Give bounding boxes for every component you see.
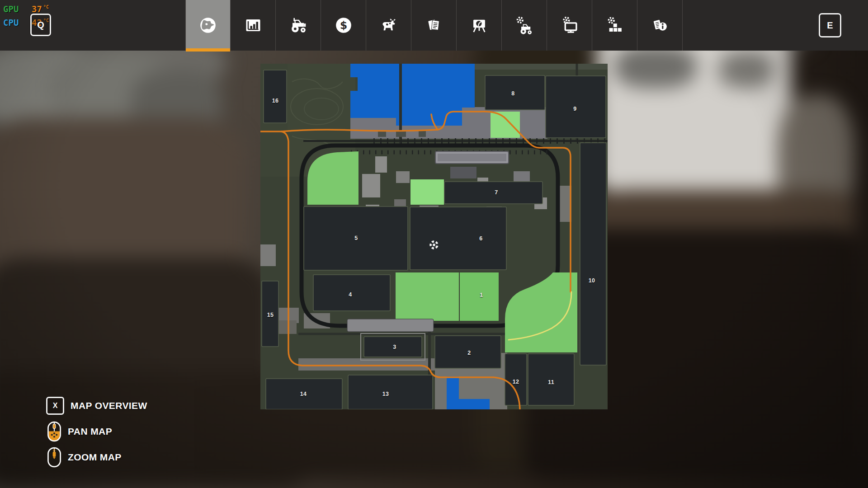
cow-icon [379, 15, 399, 35]
field-label-15: 15 [267, 312, 274, 318]
field-label-7: 7 [495, 189, 498, 196]
tab-general-settings[interactable] [592, 0, 637, 51]
tab-statistics[interactable] [231, 0, 276, 51]
player-position-marker [428, 239, 440, 251]
field-label-6: 6 [479, 235, 482, 242]
hotkey-e-badge: E [819, 13, 841, 38]
globe-icon [198, 15, 218, 35]
tab-vehicles[interactable] [276, 0, 321, 51]
control-hints: X MAP OVERVIEW PAN MAP ZOOM MAP [46, 395, 147, 473]
tab-display-settings[interactable] [547, 0, 592, 51]
menu-tabs: $ [185, 0, 683, 51]
game-screen: GPU37°C CPU42°C Q $ E [0, 0, 868, 488]
field-label-3: 3 [393, 344, 396, 350]
field-number-labels: 12345678910111213141516 [260, 64, 608, 409]
hotkey-x-badge: X [46, 397, 64, 415]
field-label-11: 11 [548, 379, 554, 385]
tab-garage[interactable] [502, 0, 547, 51]
tractor-gear-icon [514, 15, 534, 35]
documents-icon [424, 15, 444, 35]
tab-production[interactable] [457, 0, 502, 51]
info-icon [650, 15, 670, 35]
gpu-temp-unit: °C [43, 5, 49, 9]
field-label-1: 1 [480, 292, 483, 298]
tab-finances[interactable]: $ [321, 0, 366, 51]
mouse-zoom-icon [46, 447, 61, 468]
blocks-gear-icon [605, 15, 625, 35]
tab-animals[interactable] [366, 0, 411, 51]
hotkey-q-badge: Q [30, 14, 51, 36]
field-label-2: 2 [467, 350, 471, 356]
field-label-13: 13 [382, 391, 389, 397]
hint-zoom-map: ZOOM MAP [46, 447, 147, 468]
tab-help[interactable] [637, 0, 683, 51]
map-overview-panel[interactable]: 12345678910111213141516 [260, 64, 608, 409]
field-label-12: 12 [513, 379, 519, 385]
top-menu-bar: GPU37°C CPU42°C Q $ E [0, 0, 868, 51]
monitor-gear-icon [560, 15, 580, 35]
gpu-label: GPU [3, 3, 27, 15]
hint-pan-map: PAN MAP [46, 421, 147, 442]
field-label-5: 5 [354, 235, 358, 241]
bar-chart-icon [243, 15, 263, 35]
dollar-icon: $ [334, 15, 354, 35]
field-label-10: 10 [589, 277, 595, 284]
field-label-8: 8 [511, 90, 514, 97]
hint-label: ZOOM MAP [68, 452, 122, 463]
mouse-pan-icon [46, 421, 61, 442]
tractor-icon [288, 15, 308, 35]
tab-map[interactable] [185, 0, 231, 51]
field-label-14: 14 [300, 391, 307, 397]
field-label-9: 9 [573, 106, 576, 112]
svg-text:$: $ [340, 19, 347, 31]
field-label-16: 16 [272, 98, 279, 104]
tab-contracts[interactable] [411, 0, 457, 51]
cpu-label: CPU [3, 17, 27, 28]
easel-chart-icon [469, 15, 489, 35]
hint-map-overview: X MAP OVERVIEW [46, 395, 147, 416]
hint-label: PAN MAP [68, 426, 112, 437]
hint-label: MAP OVERVIEW [71, 400, 147, 411]
field-label-4: 4 [349, 291, 352, 298]
